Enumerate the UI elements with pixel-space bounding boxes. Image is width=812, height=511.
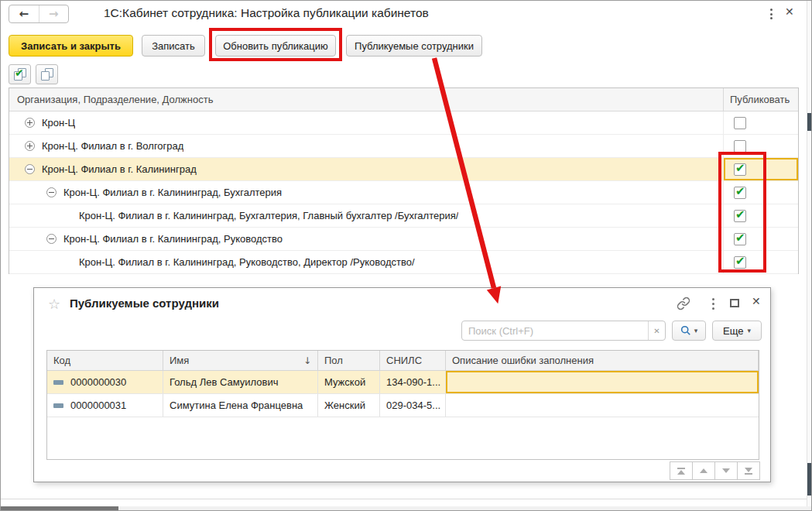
row-marker-icon [53,403,63,408]
back-arrow-icon: ← [19,7,29,21]
publish-checkbox[interactable] [734,233,746,245]
triangle-down-icon [745,468,752,472]
tree-row-selected[interactable]: Крон-Ц. Филиал в г. Калининград [9,158,798,181]
refresh-publication-button[interactable]: Обновить публикацию [215,35,336,57]
clear-all-flags-button[interactable] [36,64,58,84]
selected-cell[interactable] [723,158,798,180]
app-window: ← → 1С:Кабинет сотрудника: Настройка пуб… [0,0,812,511]
tree-row[interactable]: Крон-Ц. Филиал в г. Калининград, Бухгалт… [9,204,798,228]
link-icon[interactable] [677,297,690,314]
publish-checkbox[interactable] [734,187,746,199]
employee-row-selected[interactable]: 0000000030 Гольд Лев Самуилович Мужской … [47,371,759,394]
more-button[interactable]: Еще ▾ [712,321,762,341]
publish-checkbox[interactable] [734,256,746,269]
expand-icon[interactable] [25,118,35,128]
maximize-button[interactable] [730,299,739,307]
tree-row[interactable]: Крон-Ц. Филиал в г. Калининград, Руковод… [9,228,798,251]
close-icon: ✕ [752,295,761,307]
forward-arrow-icon: → [49,7,59,21]
triangle-up-icon [700,468,708,473]
scrollbar-thumb[interactable] [807,463,811,496]
close-icon: ✕ [785,5,794,18]
chevron-down-icon: ▾ [694,327,698,334]
go-up-button[interactable] [692,461,715,480]
tree-row[interactable]: Крон-Ц. Филиал в г. Калининград, Руковод… [9,251,798,274]
search-field: ✕ [461,321,666,341]
col-name[interactable]: Имя ↓ [163,351,318,370]
kebab-icon [712,298,714,300]
search-button[interactable]: ▾ [672,321,706,341]
go-down-button[interactable] [714,461,738,480]
selected-cell[interactable] [446,371,759,393]
list-navigation [670,461,760,480]
published-employees-dialog: ☆ Публикуемые сотрудники ✕ ✕ ▾ Еще ▾ [33,287,771,482]
tree-header: Организация, Подразделение, Должность Пу… [9,88,798,111]
employees-table-header: Код Имя ↓ Пол СНИЛС Описание ошибки запо… [47,351,759,371]
row-marker-icon [53,380,63,385]
window-menu-button[interactable] [766,8,776,20]
triangle-down-icon [722,468,730,473]
collapse-icon[interactable] [25,164,35,174]
col-gender[interactable]: Пол [318,351,380,370]
org-tree-table: Организация, Подразделение, Должность Пу… [9,87,799,274]
back-button[interactable]: ← [9,5,39,22]
col-code[interactable]: Код [47,351,163,370]
dialog-menu-button[interactable] [709,298,717,310]
dialog-title: Публикуемые сотрудники [70,297,219,310]
horizontal-scrollbar[interactable] [1,506,811,510]
sort-desc-icon: ↓ [303,355,311,366]
search-input[interactable] [462,321,648,340]
vertical-scrollbar[interactable] [807,1,812,510]
employee-row[interactable]: 0000000031 Симутина Елена Францевна Женс… [47,394,759,417]
publish-checkbox[interactable] [734,163,746,176]
col-snils[interactable]: СНИЛС [380,351,446,370]
scrollbar-thumb[interactable] [807,113,811,131]
publish-checkbox[interactable] [734,210,746,222]
triangle-up-icon [677,470,685,475]
publish-checkbox[interactable] [734,117,746,129]
dialog-close-button[interactable]: ✕ [752,295,761,307]
page-title: 1С:Кабинет сотрудника: Настройка публика… [104,6,429,20]
kebab-icon [770,9,773,11]
history-nav: ← → [9,5,69,23]
favorite-star-icon[interactable]: ☆ [48,296,60,312]
scrollbar-thumb[interactable] [1,506,118,510]
tree-row[interactable]: Крон-Ц [9,111,798,135]
divider [1,499,811,499]
window-close-button[interactable]: ✕ [785,5,794,18]
employees-table: Код Имя ↓ Пол СНИЛС Описание ошибки запо… [46,350,759,460]
collapse-icon[interactable] [46,187,57,197]
clear-search-button[interactable]: ✕ [648,321,665,340]
col-error[interactable]: Описание ошибки заполнения [446,351,759,370]
save-and-close-button[interactable]: Записать и закрыть [9,35,133,57]
publish-checkbox[interactable] [734,140,746,153]
save-button[interactable]: Записать [142,35,205,57]
collapse-icon[interactable] [46,234,57,244]
tree-row[interactable]: Крон-Ц. Филиал в г. Калининград, Бухгалт… [9,181,798,204]
chevron-down-icon: ▾ [747,327,751,334]
set-all-flags-button[interactable]: ✔ [9,64,31,84]
expand-icon[interactable] [25,141,35,151]
green-check-icon: ✔ [15,67,24,79]
tree-row[interactable]: Крон-Ц. Филиал в г. Волгоград [9,135,798,158]
go-first-button[interactable] [670,461,693,480]
go-last-button[interactable] [737,461,760,480]
tree-header-org: Организация, Подразделение, Должность [9,94,723,105]
magnifier-icon [680,325,691,336]
forward-button[interactable]: → [39,5,69,22]
tree-header-publish: Публиковать [723,88,798,111]
published-employees-button[interactable]: Публикуемые сотрудники [346,35,482,57]
